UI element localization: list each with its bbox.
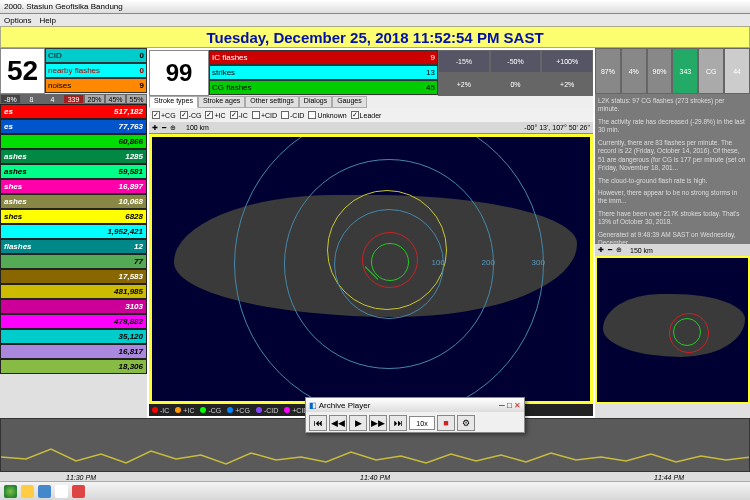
legend-item: -CG — [200, 407, 221, 414]
checkbox-+CID[interactable]: +CID — [252, 111, 277, 119]
stat-row: 18,306 — [0, 359, 147, 374]
map-toolbar[interactable]: ✚ ━ ⊕ 100 km -00° 13', 107° 50' 26" — [149, 122, 593, 134]
settings-button[interactable]: ⚙ — [457, 415, 475, 431]
stat-row: 60,866 — [0, 134, 147, 149]
zoom-in-icon[interactable]: ✚ — [598, 246, 604, 254]
zoom-out-icon[interactable]: ━ — [162, 124, 166, 132]
titlebar: 2000. Stasiun Geofisika Bandung — [0, 0, 750, 14]
counter-row: CID0 — [45, 48, 147, 63]
counter-row: nearby flashes0 — [45, 63, 147, 78]
stat-row: ashes59,581 — [0, 164, 147, 179]
rewind-button[interactable]: ◀◀ — [329, 415, 347, 431]
tab-stroke-ages[interactable]: Stroke ages — [198, 96, 245, 108]
stat-row: es517,182 — [0, 104, 147, 119]
checkbox-Leader[interactable]: ✓Leader — [351, 111, 382, 119]
checkbox-Unknown[interactable]: Unknown — [308, 111, 346, 119]
stat-row: 3103 — [0, 299, 147, 314]
stat-row: 77 — [0, 254, 147, 269]
pct-cell: 55% — [126, 94, 147, 104]
stat-row: 481,985 — [0, 284, 147, 299]
zoom-out-icon[interactable]: ━ — [608, 246, 612, 254]
taskbar-app2[interactable] — [55, 485, 68, 498]
legend-item: -CID — [256, 407, 278, 414]
stop-button[interactable]: ■ — [437, 415, 455, 431]
small-scale: 150 km — [630, 247, 653, 254]
tab-dialogs[interactable]: Dialogs — [299, 96, 332, 108]
forward-button[interactable]: ▶▶ — [369, 415, 387, 431]
taskbar-app3[interactable] — [72, 485, 85, 498]
left-big-number: 52 — [0, 48, 45, 94]
taskbar-explorer[interactable] — [21, 485, 34, 498]
stat-row: 478,882 — [0, 314, 147, 329]
minimize-icon[interactable]: ─ — [499, 401, 505, 410]
counter-row: CG flashes45 — [209, 80, 438, 95]
small-map-toolbar[interactable]: ✚ ━ ⊕ 150 km — [595, 244, 750, 256]
taskbar-start[interactable] — [4, 485, 17, 498]
center-big-number: 99 — [149, 50, 209, 96]
pct-cell: 45% — [105, 94, 126, 104]
menubar: Options Help — [0, 14, 750, 26]
crosshair-icon[interactable]: ⊕ — [616, 246, 622, 254]
status-info: L2K status: 97 CG flashes (273 strokes) … — [595, 94, 750, 244]
stat-row: 17,583 — [0, 269, 147, 284]
counter-row: noises9 — [45, 78, 147, 93]
menu-options[interactable]: Options — [4, 16, 32, 25]
stat-row: 35,120 — [0, 329, 147, 344]
tab-stroke-types[interactable]: Stroke types — [149, 96, 198, 108]
checkbox-+IC[interactable]: ✓+IC — [205, 111, 225, 119]
taskbar[interactable] — [0, 481, 750, 500]
pct-cell: 4 — [42, 94, 63, 104]
checkbox--CID[interactable]: -CID — [281, 111, 304, 119]
legend-item: -IC — [152, 407, 169, 414]
zoom-in-icon[interactable]: ✚ — [152, 124, 158, 132]
main-map[interactable]: 100200300 — [149, 134, 593, 404]
crosshair-icon[interactable]: ⊕ — [170, 124, 176, 132]
stat-row: ashes1285 — [0, 149, 147, 164]
skip-back-button[interactable]: ⏮ — [309, 415, 327, 431]
pct-cell: 339 — [63, 94, 84, 104]
taskbar-app1[interactable] — [38, 485, 51, 498]
tab-other-settings[interactable]: Other settings — [245, 96, 299, 108]
close-icon[interactable]: ✕ — [514, 401, 521, 410]
counter-row: IC flashes9 — [209, 50, 438, 65]
menu-help[interactable]: Help — [40, 16, 56, 25]
stat-row: es77,763 — [0, 119, 147, 134]
stat-row: ashes10,068 — [0, 194, 147, 209]
stat-row: shes6828 — [0, 209, 147, 224]
archive-player[interactable]: ◧ Archive Player ─ □ ✕ ⏮ ◀◀ ▶ ▶▶ ⏭ ■ ⚙ — [305, 397, 525, 433]
stat-row: 1,952,421 — [0, 224, 147, 239]
tab-gauges[interactable]: Gauges — [332, 96, 367, 108]
datetime-banner: Tuesday, December 25, 2018 11:52:54 PM S… — [0, 26, 750, 48]
archive-title: ◧ Archive Player — [309, 401, 370, 410]
stat-row: 16,817 — [0, 344, 147, 359]
stat-row: shes16,897 — [0, 179, 147, 194]
speed-input[interactable] — [409, 416, 435, 430]
pct-cell: 20% — [84, 94, 105, 104]
checkbox--CG[interactable]: ✓-CG — [180, 111, 202, 119]
checkbox-+CG[interactable]: ✓+CG — [152, 111, 176, 119]
small-map[interactable] — [595, 256, 750, 404]
maximize-icon[interactable]: □ — [507, 401, 512, 410]
pct-cell: 8 — [21, 94, 42, 104]
checkbox--IC[interactable]: ✓-IC — [230, 111, 248, 119]
pct-cell: -8% — [0, 94, 21, 104]
counter-row: strikes13 — [209, 65, 438, 80]
scale-label: 100 km — [186, 124, 209, 131]
stat-row: flashes12 — [0, 239, 147, 254]
legend-item: +CG — [227, 407, 250, 414]
skip-fwd-button[interactable]: ⏭ — [389, 415, 407, 431]
coords-label: -00° 13', 107° 50' 26" — [524, 124, 590, 131]
play-button[interactable]: ▶ — [349, 415, 367, 431]
legend-item: +IC — [175, 407, 194, 414]
